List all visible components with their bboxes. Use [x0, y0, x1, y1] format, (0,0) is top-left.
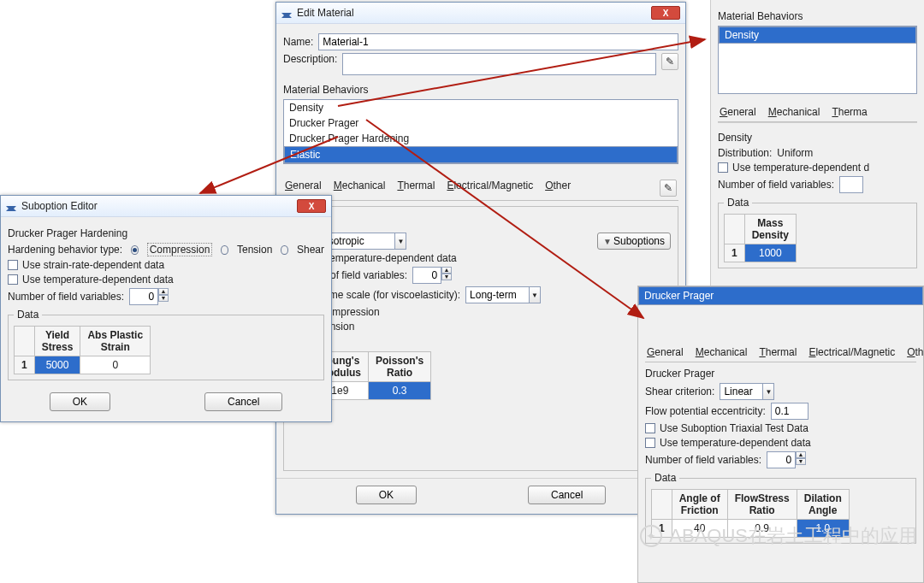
tab-general[interactable]: General [647, 346, 684, 358]
nfv-label: Number of field variables: [8, 291, 124, 303]
use-temp-checkbox[interactable]: Use temperature-dependent data [8, 274, 324, 286]
edit-desc-icon[interactable]: ✎ [661, 53, 678, 70]
dp-data-table[interactable]: Angle of Friction FlowStress Ratio Dilat… [651, 489, 850, 538]
behavior-tabs: General Mechanical Therma [718, 103, 917, 122]
nfv-spinner[interactable]: ▲▼ [767, 451, 806, 468]
use-temp-checkbox[interactable]: Use temperature-dependent data [291, 252, 671, 264]
tab-other[interactable]: Other [907, 346, 924, 358]
data-legend: Data [724, 197, 752, 209]
desc-input[interactable] [342, 53, 656, 75]
tab-thermal[interactable]: Therma [832, 106, 867, 118]
tab-mechanical[interactable]: Mechanical [696, 346, 748, 358]
density-panel: Material Behaviors Density General Mecha… [710, 0, 924, 286]
ok-button[interactable]: OK [356, 486, 417, 504]
tab-thermal[interactable]: Thermal [397, 180, 435, 197]
col-angle: Angle of Friction [672, 490, 727, 520]
dist-value: Uniform [777, 147, 813, 159]
list-item-dph[interactable]: Drucker Prager Hardening [284, 131, 678, 146]
flowstress-cell[interactable]: 0.9 [727, 520, 797, 538]
col-poisson: Poisson's Ratio [369, 352, 431, 382]
tab-other[interactable]: Other [545, 180, 571, 197]
radio-tension[interactable] [221, 245, 228, 255]
drucker-prager-panel: Drucker Prager General Mechanical Therma… [637, 286, 924, 583]
flow-input[interactable] [771, 403, 808, 420]
flow-label: Flow potential eccentricity: [645, 405, 766, 417]
dp-section: Drucker Prager [645, 368, 916, 380]
list-item-dp[interactable]: Drucker Prager [284, 115, 678, 131]
radio-shear-label: Shear [297, 244, 324, 256]
cancel-button[interactable]: Cancel [528, 486, 606, 504]
data-legend: Data [14, 309, 42, 321]
tab-mechanical[interactable]: Mechanical [334, 180, 386, 197]
col-mass-density: Mass Density [744, 215, 796, 244]
dist-label: Distribution: [718, 147, 772, 159]
nfv-input[interactable] [839, 176, 863, 193]
title-bar[interactable]: Suboption Editor X [1, 196, 331, 217]
list-item-elastic[interactable]: Elastic [284, 146, 678, 163]
tab-mechanical[interactable]: Mechanical [768, 106, 820, 118]
behaviors-label: Material Behaviors [718, 10, 917, 22]
nfv-spinner[interactable]: ▲▼ [412, 267, 452, 284]
close-icon[interactable]: X [297, 199, 326, 213]
list-item-density[interactable]: Density [719, 26, 916, 44]
radio-tension-label: Tension [237, 244, 272, 256]
behaviors-list[interactable]: Density Drucker Prager Drucker Prager Ha… [283, 99, 678, 164]
title: Edit Material [297, 7, 646, 19]
behavior-tabs: General Mechanical Thermal Electrical/Ma… [645, 343, 916, 362]
no-tension-checkbox[interactable]: No tension [291, 321, 671, 333]
nfv-label: Number of field variables: [718, 179, 834, 191]
col-plastic: Abs Plastic Strain [80, 327, 151, 356]
chevron-down-icon[interactable]: ▼ [762, 383, 774, 400]
name-input[interactable] [318, 33, 678, 50]
type-select[interactable]: ▼ [321, 233, 406, 250]
chevron-down-icon[interactable]: ▼ [529, 286, 541, 303]
elastic-data-label: Data [291, 336, 671, 348]
suboption-editor-dialog: Suboption Editor X Drucker Prager Harden… [0, 195, 332, 422]
plastic-cell[interactable]: 0 [80, 356, 151, 374]
nfv-label: Number of field variables: [645, 454, 761, 466]
suboptions-button[interactable]: ▼Suboptions [597, 233, 671, 250]
row-idx: 1 [15, 356, 35, 374]
name-label: Name: [283, 36, 313, 48]
tab-general[interactable]: General [720, 106, 756, 118]
app-icon [281, 8, 292, 18]
ok-button[interactable]: OK [50, 392, 110, 411]
strain-rate-checkbox[interactable]: Use strain-rate-dependent data [8, 259, 324, 271]
behaviors-list[interactable]: Density [718, 26, 917, 94]
radio-shear[interactable] [281, 245, 288, 255]
elastic-section-label: Elastic [291, 217, 671, 229]
tab-electrical[interactable]: Electrical/Magnetic [808, 346, 895, 358]
tab-general[interactable]: GGeneraleneral [285, 180, 322, 197]
density-data-table[interactable]: Mass Density 1 1000 [724, 214, 797, 262]
dph-data-table[interactable]: Yield StressAbs Plastic Strain 1 5000 0 [14, 326, 151, 374]
mass-density-cell[interactable]: 1000 [744, 244, 796, 262]
triaxial-checkbox[interactable]: Use Suboption Triaxial Test Data [645, 422, 916, 434]
use-temp-checkbox[interactable]: Use temperature-dependent data [645, 437, 916, 449]
dilation-cell[interactable]: 1.0 [797, 520, 849, 538]
nfv-spinner[interactable]: ▲▼ [129, 288, 169, 305]
tab-thermal[interactable]: Thermal [759, 346, 797, 358]
behavior-tabs: GGeneraleneral Mechanical Thermal Electr… [283, 176, 678, 201]
cancel-button[interactable]: Cancel [204, 392, 282, 411]
desc-label: Description: [283, 53, 337, 65]
title-bar[interactable]: Edit Material X [276, 3, 685, 24]
hb-label: Hardening behavior type: [8, 244, 122, 256]
use-temp-checkbox[interactable]: Use temperature-dependent d [718, 162, 917, 174]
edit-tab-icon[interactable]: ✎ [660, 180, 677, 197]
angle-cell[interactable]: 40 [672, 520, 727, 538]
list-item-density[interactable]: Density [284, 100, 678, 115]
poisson-cell[interactable]: 0.3 [369, 382, 431, 400]
tab-electrical[interactable]: Electrical/Magnetic [447, 180, 533, 197]
chevron-down-icon[interactable]: ▼ [394, 233, 406, 250]
edit-material-dialog: Edit Material X Name: Description: ✎ Mat… [275, 2, 686, 515]
data-fieldset: Data Mass Density 1 1000 [718, 197, 917, 268]
close-icon[interactable]: X [651, 6, 680, 20]
col-yield: Yield Stress [34, 327, 80, 356]
no-compression-checkbox[interactable]: No compression [291, 306, 671, 318]
behaviors-label: Material Behaviors [283, 84, 678, 96]
shear-select[interactable]: ▼ [720, 383, 774, 400]
moduli-select[interactable]: ▼ [465, 286, 541, 303]
radio-compression[interactable] [131, 245, 139, 255]
yield-cell[interactable]: 5000 [34, 356, 80, 374]
row-idx: 1 [725, 244, 745, 262]
